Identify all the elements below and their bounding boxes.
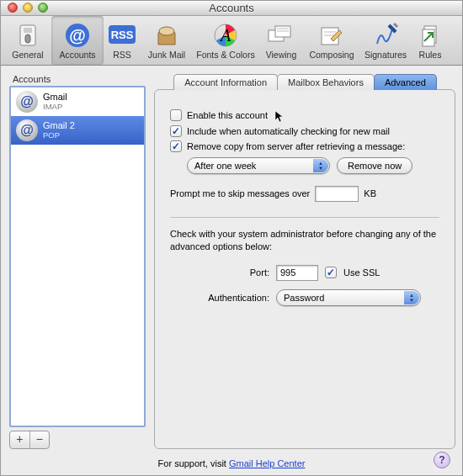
authentication-select[interactable]: Password ▲▼ <box>276 289 421 306</box>
sidebar-header: Accounts <box>9 74 146 86</box>
account-row[interactable]: @ Gmail IMAP <box>11 87 144 116</box>
admin-warning-label: Check with your system administrator bef… <box>170 228 439 253</box>
remove-after-select[interactable]: After one week ▲▼ <box>187 157 330 174</box>
enable-account-label: Enable this account <box>187 110 268 120</box>
accounts-list[interactable]: @ Gmail IMAP @ Gmail 2 POP <box>9 86 146 427</box>
svg-point-7 <box>159 27 174 35</box>
account-row[interactable]: @ Gmail 2 POP <box>11 116 144 145</box>
tab-account-information[interactable]: Account Information <box>173 74 278 90</box>
divider <box>170 217 439 218</box>
chevron-updown-icon: ▲▼ <box>313 159 328 172</box>
account-protocol: IMAP <box>43 102 67 112</box>
port-input[interactable]: 995 <box>276 265 318 281</box>
port-label: Port: <box>170 267 269 278</box>
tab-advanced[interactable]: Advanced <box>374 74 437 90</box>
svg-rect-1 <box>24 28 32 33</box>
accounts-icon: @ <box>63 21 92 50</box>
prompt-skip-input[interactable] <box>315 186 359 202</box>
accounts-sidebar: Accounts @ Gmail IMAP @ Gmail 2 POP <box>9 74 146 449</box>
prompt-skip-label: Prompt me to skip messages over <box>170 188 310 198</box>
use-ssl-label: Use SSL <box>343 267 380 278</box>
toolbar-signatures[interactable]: Signatures <box>359 16 412 65</box>
viewing-icon <box>267 21 295 50</box>
junk-mail-icon <box>152 21 181 50</box>
support-prefix: For support, visit <box>158 458 229 468</box>
toolbar-rss[interactable]: RSS RSS <box>104 16 141 65</box>
footer: For support, visit Gmail Help Center ? <box>1 452 462 475</box>
minimize-icon[interactable] <box>23 3 33 13</box>
account-protocol: POP <box>43 130 75 140</box>
at-icon: @ <box>16 119 38 141</box>
account-name: Gmail 2 <box>43 120 75 130</box>
svg-text:A: A <box>219 26 232 45</box>
toolbar-composing[interactable]: Composing <box>304 16 359 65</box>
general-icon <box>13 21 42 50</box>
titlebar: Accounts <box>1 1 462 16</box>
remove-copy-checkbox[interactable] <box>170 140 182 152</box>
include-auto-check-label: Include when automatically checking for … <box>187 126 390 136</box>
composing-icon <box>317 21 346 50</box>
window-title: Accounts <box>1 2 462 14</box>
toolbar-viewing[interactable]: Viewing <box>258 16 304 65</box>
remove-copy-label: Remove copy from server after retrieving… <box>187 141 405 151</box>
advanced-pane: Enable this account Include when automat… <box>154 89 455 449</box>
zoom-icon[interactable] <box>38 3 48 13</box>
prompt-skip-unit: KB <box>364 188 376 198</box>
fonts-colors-icon: A <box>211 21 240 50</box>
signatures-icon <box>371 21 400 50</box>
help-button[interactable]: ? <box>434 452 450 468</box>
rules-icon <box>416 21 444 50</box>
main-panel: Account Information Mailbox Behaviors Ad… <box>154 74 455 449</box>
help-center-link[interactable]: Gmail Help Center <box>229 458 305 468</box>
enable-account-checkbox[interactable] <box>170 109 182 121</box>
authentication-label: Authentication: <box>170 293 269 303</box>
toolbar-junk[interactable]: Junk Mail <box>141 16 193 65</box>
tab-bar: Account Information Mailbox Behaviors Ad… <box>154 74 455 90</box>
use-ssl-checkbox[interactable] <box>325 267 337 278</box>
remove-account-button[interactable]: − <box>30 431 50 448</box>
tab-mailbox-behaviors[interactable]: Mailbox Behaviors <box>277 74 375 90</box>
add-account-button[interactable]: + <box>10 431 30 448</box>
close-icon[interactable] <box>8 3 18 13</box>
prefs-toolbar: General @ Accounts RSS RSS Junk Mail A F… <box>1 16 462 66</box>
add-remove-buttons: + − <box>9 431 50 449</box>
rss-icon: RSS <box>108 21 136 50</box>
chevron-updown-icon: ▲▼ <box>404 291 419 304</box>
svg-text:RSS: RSS <box>111 29 134 41</box>
account-name: Gmail <box>43 92 67 102</box>
remove-after-value: After one week <box>194 161 256 171</box>
include-auto-check-checkbox[interactable] <box>170 125 182 137</box>
at-icon: @ <box>16 91 38 113</box>
toolbar-rules[interactable]: Rules <box>412 16 449 65</box>
svg-text:@: @ <box>69 26 86 45</box>
remove-now-button[interactable]: Remove now <box>337 157 412 174</box>
accounts-window: Accounts General @ Accounts RSS RSS Junk… <box>0 0 463 476</box>
toolbar-general[interactable]: General <box>4 16 51 65</box>
toolbar-accounts[interactable]: @ Accounts <box>51 16 104 65</box>
svg-rect-2 <box>25 34 30 43</box>
toolbar-fonts[interactable]: A Fonts & Colors <box>193 16 258 65</box>
cursor-icon <box>274 110 285 124</box>
authentication-value: Password <box>284 293 324 303</box>
window-controls <box>1 3 48 13</box>
